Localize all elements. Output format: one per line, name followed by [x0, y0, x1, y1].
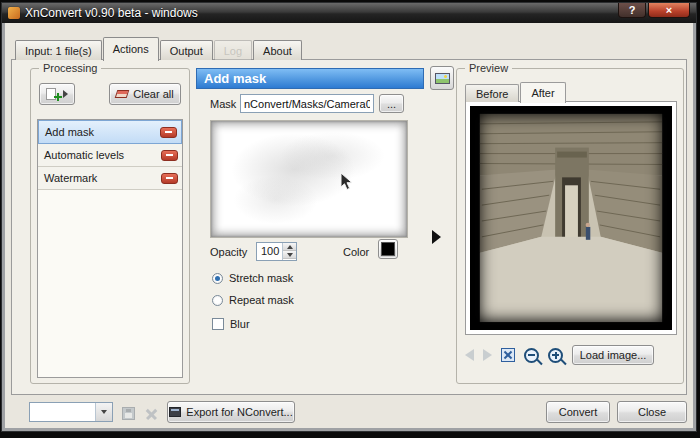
preset-combobox[interactable]: [29, 402, 113, 422]
preview-title: Preview: [465, 62, 512, 74]
image-icon: [435, 73, 450, 84]
preview-toolbar: Load image...: [465, 345, 654, 365]
preview-image-frame: [465, 101, 677, 335]
repeat-mask-option[interactable]: Repeat mask: [212, 294, 294, 306]
processing-title: Processing: [39, 62, 101, 74]
repeat-mask-label: Repeat mask: [229, 294, 294, 306]
color-swatch-button[interactable]: [378, 239, 398, 259]
preview-tabs: Before After: [465, 81, 567, 102]
color-label: Color: [343, 246, 369, 258]
blur-label: Blur: [230, 318, 250, 330]
close-button[interactable]: Close: [617, 401, 687, 423]
browse-mask-button[interactable]: ...: [379, 94, 404, 113]
tab-about[interactable]: About: [253, 40, 302, 60]
window-title: XnConvert v0.90 beta - windows: [25, 6, 198, 20]
chevron-right-icon: [63, 90, 68, 98]
radio-stretch-mask[interactable]: [212, 273, 223, 284]
action-panel-header: Add mask: [196, 68, 424, 89]
tab-output[interactable]: Output: [160, 40, 213, 60]
stretch-mask-label: Stretch mask: [229, 272, 293, 284]
page-plus-icon: [46, 88, 56, 100]
processing-groupbox: Processing Clear all Add mask Automatic: [30, 68, 190, 384]
mouse-pointer-icon: [340, 172, 353, 191]
actions-tab-page: Processing Clear all Add mask Automatic: [11, 59, 687, 395]
arrow-left-icon: [465, 349, 474, 361]
remove-action-button[interactable]: [161, 173, 178, 184]
list-item-label: Watermark: [44, 172, 161, 184]
opacity-label: Opacity: [210, 246, 247, 258]
clear-all-label: Clear all: [133, 88, 173, 100]
tab-log: Log: [214, 40, 252, 60]
tab-after[interactable]: After: [520, 82, 565, 103]
tab-before[interactable]: Before: [465, 84, 519, 102]
preview-groupbox: Preview Before After: [456, 68, 684, 384]
magnifier-minus-icon: [524, 348, 539, 363]
list-item-add-mask[interactable]: Add mask: [38, 120, 182, 144]
show-mask-preview-button[interactable]: [430, 66, 454, 90]
zoom-out-button[interactable]: [524, 348, 539, 363]
stretch-mask-option[interactable]: Stretch mask: [212, 272, 293, 284]
combobox-dropdown-button[interactable]: [95, 403, 112, 421]
previous-image-button[interactable]: [465, 349, 474, 361]
tab-input[interactable]: Input: 1 file(s): [15, 40, 102, 60]
export-label: Export for NConvert...: [186, 406, 292, 418]
minus-icon: [166, 154, 173, 156]
eraser-icon: [115, 90, 130, 98]
list-item-label: Automatic levels: [44, 149, 161, 161]
spin-down-button[interactable]: [283, 251, 296, 259]
close-window-button[interactable]: ×: [648, 3, 690, 18]
arrow-right-icon: [483, 349, 492, 361]
next-image-button[interactable]: [483, 349, 492, 361]
panel-pointer-icon: [432, 230, 441, 244]
remove-action-button[interactable]: [160, 127, 177, 138]
opacity-spinbox[interactable]: 100: [256, 242, 297, 261]
x-mark-icon: [146, 408, 158, 420]
main-tabs: Input: 1 file(s) Actions Output Log Abou…: [15, 36, 303, 60]
minus-icon: [166, 177, 173, 179]
save-preset-button[interactable]: [119, 404, 137, 422]
spin-up-button[interactable]: [283, 243, 296, 251]
app-window: XnConvert v0.90 beta - windows ? × Input…: [1, 2, 697, 432]
zoom-in-button[interactable]: [548, 348, 563, 363]
preset-combobox-input[interactable]: [30, 403, 95, 421]
load-image-button[interactable]: Load image...: [572, 345, 654, 365]
clear-all-button[interactable]: Clear all: [109, 83, 181, 105]
tab-actions[interactable]: Actions: [103, 37, 159, 61]
help-button[interactable]: ?: [618, 3, 646, 18]
minus-icon: [165, 131, 172, 133]
titlebar[interactable]: XnConvert v0.90 beta - windows: [2, 3, 696, 23]
magnifier-plus-icon: [548, 348, 563, 363]
add-action-button[interactable]: [39, 83, 75, 105]
list-item-watermark[interactable]: Watermark: [38, 167, 182, 190]
radio-repeat-mask[interactable]: [212, 295, 223, 306]
blur-option[interactable]: Blur: [212, 318, 250, 330]
chevron-down-icon: [101, 410, 107, 414]
mask-label: Mask: [210, 98, 236, 110]
convert-button[interactable]: Convert: [546, 401, 610, 423]
fit-to-window-icon: [501, 348, 515, 362]
remove-action-button[interactable]: [161, 150, 178, 161]
checkbox-blur[interactable]: [212, 318, 224, 330]
mask-thumbnail-preview: [210, 120, 408, 238]
color-black-square: [381, 242, 395, 256]
floppy-disk-icon: [122, 407, 135, 420]
client-area: Input: 1 file(s) Actions Output Log Abou…: [5, 23, 693, 428]
list-item-label: Add mask: [45, 126, 160, 138]
opacity-value: 100: [257, 243, 282, 260]
app-icon: [8, 7, 20, 19]
mask-path-input[interactable]: [240, 94, 374, 113]
fit-to-window-button[interactable]: [501, 348, 515, 362]
list-item-automatic-levels[interactable]: Automatic levels: [38, 144, 182, 167]
console-window-icon: [169, 407, 181, 417]
photo-wooden-stockade: [470, 106, 672, 330]
preview-image-after: [470, 106, 672, 330]
delete-preset-button[interactable]: [143, 405, 161, 423]
actions-list: Add mask Automatic levels Watermark: [37, 119, 183, 378]
export-for-nconvert-button[interactable]: Export for NConvert...: [167, 401, 295, 423]
